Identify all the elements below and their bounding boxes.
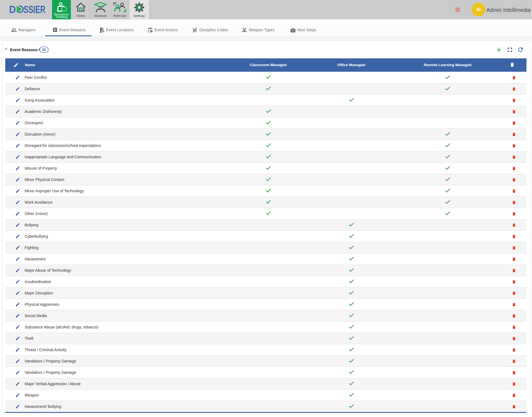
svg-text:30: 30 (42, 48, 46, 52)
svg-text:D: D (9, 6, 16, 15)
svg-text:SSIER: SSIER (24, 6, 45, 15)
